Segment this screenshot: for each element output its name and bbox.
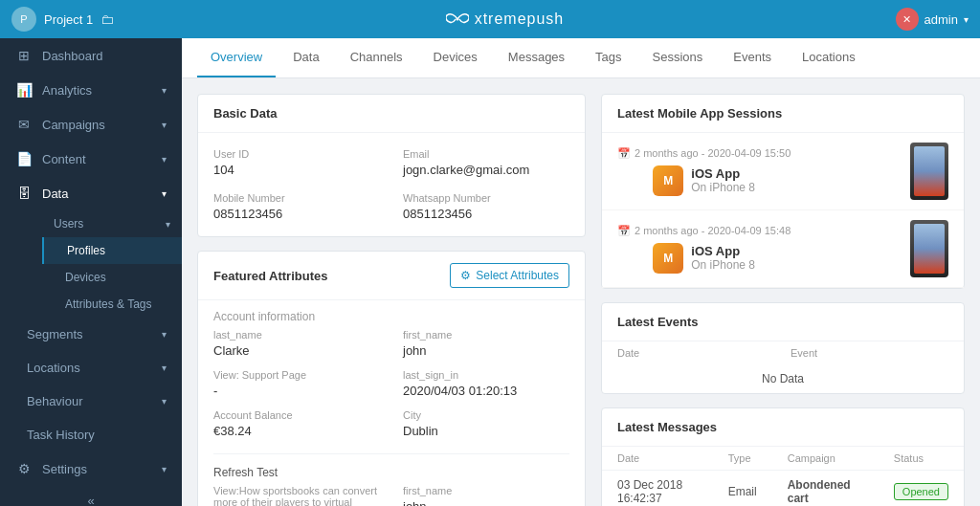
users-label: Users — [54, 217, 83, 231]
attr-section-label-0: Account information — [198, 300, 585, 329]
admin-menu[interactable]: ✕ admin ▾ — [896, 8, 969, 31]
sessions-list: 📅 2 months ago - 2020-04-09 15:50 M iOS … — [602, 133, 964, 288]
events-no-data: No Data — [602, 364, 964, 393]
select-attributes-button[interactable]: ⚙ Select Attributes — [450, 263, 569, 288]
session-item-1: 📅 2 months ago - 2020-04-09 15:48 M iOS … — [602, 210, 964, 288]
segments-arrow-icon: ▾ — [162, 329, 167, 340]
folder-icon[interactable]: 🗀 — [100, 11, 114, 27]
attr-label-support-page: View: Support Page — [213, 369, 380, 381]
content-area: Overview Data Channels Devices Messages … — [182, 38, 980, 506]
sidebar-label-data: Data — [42, 187, 152, 201]
tab-messages[interactable]: Messages — [495, 38, 578, 77]
tab-sessions[interactable]: Sessions — [639, 38, 717, 77]
dashboard-icon: ⊞ — [15, 48, 33, 63]
featured-attributes-card: Featured Attributes ⚙ Select Attributes … — [197, 251, 586, 506]
project-name[interactable]: Project 1 — [44, 12, 93, 27]
msg-col-status: Status — [879, 447, 964, 471]
devices-label: Devices — [65, 271, 106, 284]
sidebar-label-settings: Settings — [42, 462, 152, 476]
settings-icon: ⚙ — [15, 461, 33, 476]
basic-data-card: Basic Data User ID 104 Email jogn.clarke… — [197, 94, 586, 237]
data-icon: 🗄 — [15, 186, 33, 201]
attr-last-name: last_name Clarke — [213, 329, 380, 358]
sidebar-data-submenu: Users ▾ Profiles Devices Attributes & Ta… — [0, 210, 182, 318]
featured-attributes-title: Featured Attributes — [213, 269, 327, 283]
tab-events[interactable]: Events — [720, 38, 785, 77]
field-value-email: jogn.clarke@gmai.com — [403, 163, 569, 177]
msg-type: Email — [713, 471, 772, 507]
sidebar-item-behaviour[interactable]: Behaviour ▾ — [0, 385, 182, 418]
session-date-1: 2 months ago - 2020-04-09 15:48 — [635, 225, 791, 236]
attr-value-city: Dublin — [403, 424, 569, 438]
main-layout: ⊞ Dashboard 📊 Analytics ▾ ✉ Campaigns ▾ … — [0, 38, 980, 506]
sidebar-item-content[interactable]: 📄 Content ▾ — [0, 142, 182, 176]
sidebar-item-data[interactable]: 🗄 Data ▾ — [0, 176, 182, 210]
tab-channels[interactable]: Channels — [337, 38, 416, 77]
field-label-mobile: Mobile Number — [213, 192, 380, 204]
session-app-icon-0: 📅 2 months ago - 2020-04-09 15:50 M iOS … — [617, 147, 791, 196]
sidebar-collapse-button[interactable]: « — [0, 486, 182, 506]
tab-devices[interactable]: Devices — [420, 38, 491, 77]
sidebar-label-segments: Segments — [27, 327, 152, 341]
sidebar-label-dashboard: Dashboard — [42, 49, 167, 63]
refresh-test-label: Refresh Test — [198, 458, 585, 485]
admin-avatar: ✕ — [896, 8, 919, 31]
latest-sessions-title: Latest Mobile App Sessions — [602, 95, 964, 133]
session-app-info-1: iOS App On iPhone 8 — [691, 244, 755, 272]
attr-view-sports: View:How sportsbooks can convert more of… — [213, 485, 380, 506]
session-phone-img-1 — [910, 220, 948, 277]
content-icon: 📄 — [15, 151, 33, 166]
app-icon-1: M — [653, 243, 683, 274]
attr-section-divider — [213, 453, 569, 454]
sidebar-item-analytics[interactable]: 📊 Analytics ▾ — [0, 73, 182, 107]
left-column: Basic Data User ID 104 Email jogn.clarke… — [197, 94, 586, 506]
session-date-0: 2 months ago - 2020-04-09 15:50 — [635, 147, 791, 159]
logo: xtremepush — [446, 11, 565, 28]
tab-data[interactable]: Data — [279, 38, 332, 77]
sidebar-label-analytics: Analytics — [42, 83, 152, 98]
attr-value-account-balance: €38.24 — [213, 424, 380, 438]
msg-col-date: Date — [602, 447, 713, 471]
field-label-whatsapp: Whatsapp Number — [403, 192, 569, 204]
calendar-icon-1: 📅 — [617, 225, 631, 237]
sidebar-item-segments[interactable]: Segments ▾ — [0, 318, 182, 351]
events-col-date: Date — [602, 341, 775, 364]
attr-value-last-name: Clarke — [213, 343, 380, 358]
tab-overview[interactable]: Overview — [197, 38, 276, 77]
attr-label-first-name-2: first_name — [403, 485, 569, 496]
attr-value-last-sign-in: 2020/04/03 01:20:13 — [403, 384, 569, 398]
admin-chevron-icon: ▾ — [964, 14, 969, 25]
session-item-0: 📅 2 months ago - 2020-04-09 15:50 M iOS … — [602, 133, 964, 210]
msg-col-campaign: Campaign — [772, 447, 879, 471]
sidebar-item-campaigns[interactable]: ✉ Campaigns ▾ — [0, 107, 182, 142]
msg-status: Opened — [879, 471, 964, 507]
basic-data-grid: User ID 104 Email jogn.clarke@gmai.com M… — [213, 148, 569, 221]
tab-tags[interactable]: Tags — [582, 38, 635, 77]
logo-text: xtremepush — [475, 11, 565, 28]
svg-point-0 — [456, 18, 458, 21]
attr-first-name: first_name john — [403, 329, 569, 358]
sidebar-item-profiles[interactable]: Profiles — [42, 237, 182, 264]
sidebar-label-behaviour: Behaviour — [27, 394, 152, 408]
sidebar-item-locations[interactable]: Locations ▾ — [0, 351, 182, 385]
sidebar-item-settings[interactable]: ⚙ Settings ▾ — [0, 451, 182, 486]
sidebar-label-content: Content — [42, 152, 152, 166]
field-value-whatsapp: 0851123456 — [403, 207, 569, 221]
sidebar-item-task-history[interactable]: Task History — [0, 418, 182, 451]
sidebar-item-users[interactable]: Users ▾ — [42, 210, 182, 237]
sidebar: ⊞ Dashboard 📊 Analytics ▾ ✉ Campaigns ▾ … — [0, 38, 182, 506]
sidebar-item-devices[interactable]: Devices — [42, 264, 182, 291]
field-value-mobile: 0851123456 — [213, 207, 380, 221]
sidebar-item-dashboard[interactable]: ⊞ Dashboard — [0, 38, 182, 73]
tab-locations[interactable]: Locations — [789, 38, 869, 77]
admin-label: admin — [924, 12, 958, 27]
sidebar-item-attributes-tags[interactable]: Attributes & Tags — [42, 291, 182, 318]
select-attrs-label: Select Attributes — [476, 269, 559, 282]
profiles-label: Profiles — [67, 244, 105, 257]
attr-label-account-balance: Account Balance — [213, 409, 380, 421]
attr-value-support-page: - — [213, 384, 380, 398]
attr-last-sign-in: last_sign_in 2020/04/03 01:20:13 — [403, 369, 569, 398]
session-app-name-0: iOS App — [691, 166, 755, 181]
attr-first-name-2: first_name john — [403, 485, 569, 506]
latest-events-card: Latest Events Date Event No Data — [601, 302, 965, 394]
